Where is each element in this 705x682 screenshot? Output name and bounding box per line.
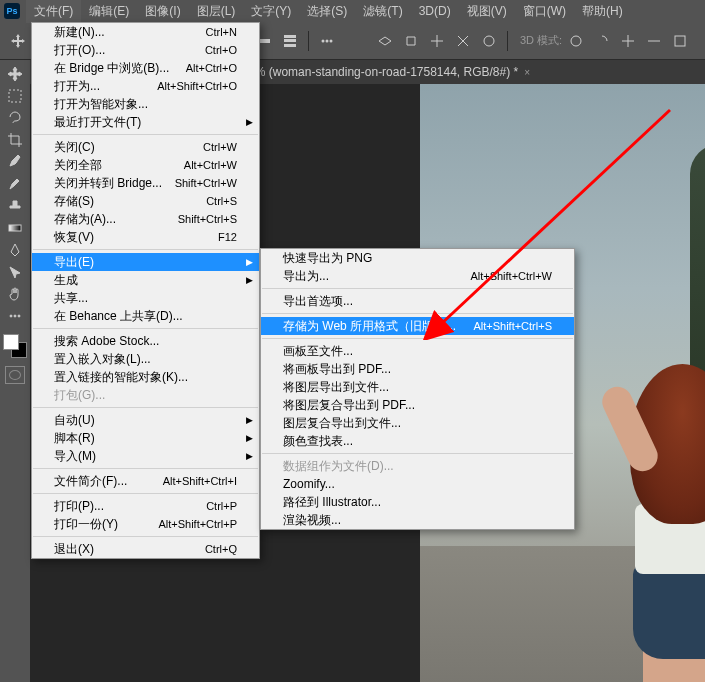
move-tool-icon[interactable]: [5, 64, 25, 84]
menu-shortcut: Ctrl+S: [206, 195, 237, 207]
menu-item[interactable]: 打开为...Alt+Shift+Ctrl+O: [32, 77, 259, 95]
menu-item[interactable]: 存储为 Web 所用格式（旧版）...Alt+Shift+Ctrl+S: [261, 317, 574, 335]
3d-icon-5[interactable]: [477, 29, 501, 53]
3d-orbit-icon[interactable]: [564, 29, 588, 53]
menu-window[interactable]: 窗口(W): [515, 0, 574, 23]
menu-item[interactable]: 将画板导出到 PDF...: [261, 360, 574, 378]
menu-item[interactable]: 置入链接的智能对象(K)...: [32, 368, 259, 386]
menu-item[interactable]: 退出(X)Ctrl+Q: [32, 540, 259, 558]
menu-item[interactable]: 打开(O)...Ctrl+O: [32, 41, 259, 59]
menu-item[interactable]: 文件简介(F)...Alt+Shift+Ctrl+I: [32, 472, 259, 490]
menu-item-label: 打印一份(Y): [54, 516, 118, 533]
menu-item-label: 新建(N)...: [54, 24, 105, 41]
submenu-arrow-icon: ▶: [246, 117, 253, 127]
menu-item[interactable]: 将图层复合导出到 PDF...: [261, 396, 574, 414]
menu-shortcut: Shift+Ctrl+W: [175, 177, 237, 189]
menu-item[interactable]: 路径到 Illustrator...: [261, 493, 574, 511]
3d-zoom-icon[interactable]: [668, 29, 692, 53]
menu-filter[interactable]: 滤镜(T): [355, 0, 410, 23]
foreground-color[interactable]: [3, 334, 19, 350]
menu-item[interactable]: 打印一份(Y)Alt+Shift+Ctrl+P: [32, 515, 259, 533]
gradient-tool-icon[interactable]: [5, 218, 25, 238]
3d-pan-icon[interactable]: [616, 29, 640, 53]
menu-item[interactable]: 置入嵌入对象(L)...: [32, 350, 259, 368]
menu-separator: [262, 288, 573, 289]
menu-item[interactable]: 自动(U)▶: [32, 411, 259, 429]
3d-icon-1[interactable]: [373, 29, 397, 53]
path-tool-icon[interactable]: [5, 262, 25, 282]
menu-item[interactable]: 在 Behance 上共享(D)...: [32, 307, 259, 325]
color-swatches[interactable]: [3, 334, 27, 358]
menu-item[interactable]: 导出为...Alt+Shift+Ctrl+W: [261, 267, 574, 285]
menu-item-label: 打开为...: [54, 78, 100, 95]
more-icon[interactable]: [315, 29, 339, 53]
menubar: Ps 文件(F) 编辑(E) 图像(I) 图层(L) 文字(Y) 选择(S) 滤…: [0, 0, 705, 22]
menu-item-label: 渲染视频...: [283, 512, 341, 529]
menu-item-label: 打印(P)...: [54, 498, 104, 515]
menu-item[interactable]: 存储为(A)...Shift+Ctrl+S: [32, 210, 259, 228]
3d-icon-2[interactable]: [399, 29, 423, 53]
svg-rect-23: [9, 90, 21, 102]
menu-item-label: 存储为(A)...: [54, 211, 116, 228]
menu-type[interactable]: 文字(Y): [243, 0, 299, 23]
menu-item[interactable]: 打印(P)...Ctrl+P: [32, 497, 259, 515]
menu-item[interactable]: 关闭(C)Ctrl+W: [32, 138, 259, 156]
menu-item-label: 共享...: [54, 290, 88, 307]
menu-item[interactable]: 导入(M)▶: [32, 447, 259, 465]
menu-item[interactable]: 颜色查找表...: [261, 432, 574, 450]
crop-tool-icon[interactable]: [5, 130, 25, 150]
3d-slide-icon[interactable]: [642, 29, 666, 53]
menu-item[interactable]: 生成▶: [32, 271, 259, 289]
menu-image[interactable]: 图像(I): [137, 0, 188, 23]
stamp-tool-icon[interactable]: [5, 196, 25, 216]
menu-item[interactable]: 关闭并转到 Bridge...Shift+Ctrl+W: [32, 174, 259, 192]
menu-item[interactable]: 恢复(V)F12: [32, 228, 259, 246]
menu-item[interactable]: Zoomify...: [261, 475, 574, 493]
3d-icon-4[interactable]: [451, 29, 475, 53]
menu-item[interactable]: 打开为智能对象...: [32, 95, 259, 113]
move-tool-icon[interactable]: [6, 29, 30, 53]
menu-shortcut: Alt+Shift+Ctrl+I: [163, 475, 237, 487]
pen-tool-icon[interactable]: [5, 240, 25, 260]
distribute-icon-3[interactable]: [278, 29, 302, 53]
3d-roll-icon[interactable]: [590, 29, 614, 53]
menu-shortcut: Alt+Shift+Ctrl+S: [473, 320, 552, 332]
menu-select[interactable]: 选择(S): [299, 0, 355, 23]
3d-icon-3[interactable]: [425, 29, 449, 53]
menu-item[interactable]: 在 Bridge 中浏览(B)...Alt+Ctrl+O: [32, 59, 259, 77]
menu-item[interactable]: 脚本(R)▶: [32, 429, 259, 447]
hand-tool-icon[interactable]: [5, 284, 25, 304]
menu-item[interactable]: 导出首选项...: [261, 292, 574, 310]
menu-item[interactable]: 快速导出为 PNG: [261, 249, 574, 267]
menu-separator: [33, 536, 258, 537]
menu-item[interactable]: 最近打开文件(T)▶: [32, 113, 259, 131]
brush-tool-icon[interactable]: [5, 174, 25, 194]
more-tools-icon[interactable]: [5, 306, 25, 326]
menu-item[interactable]: 渲染视频...: [261, 511, 574, 529]
lasso-tool-icon[interactable]: [5, 108, 25, 128]
marquee-tool-icon[interactable]: [5, 86, 25, 106]
menu-item[interactable]: 共享...: [32, 289, 259, 307]
menu-item[interactable]: 搜索 Adobe Stock...: [32, 332, 259, 350]
menu-item[interactable]: 图层复合导出到文件...: [261, 414, 574, 432]
close-icon[interactable]: ×: [524, 67, 530, 78]
menu-shortcut: Alt+Shift+Ctrl+W: [470, 270, 552, 282]
menu-item[interactable]: 导出(E)▶: [32, 253, 259, 271]
menu-item[interactable]: 将图层导出到文件...: [261, 378, 574, 396]
menu-separator: [262, 453, 573, 454]
menu-item[interactable]: 关闭全部Alt+Ctrl+W: [32, 156, 259, 174]
menu-file[interactable]: 文件(F): [26, 0, 81, 23]
menu-item-label: 打包(G)...: [54, 387, 105, 404]
menu-item[interactable]: 画板至文件...: [261, 342, 574, 360]
menu-layer[interactable]: 图层(L): [189, 0, 244, 23]
export-submenu-dropdown: 快速导出为 PNG导出为...Alt+Shift+Ctrl+W导出首选项...存…: [260, 248, 575, 530]
menu-view[interactable]: 视图(V): [459, 0, 515, 23]
menu-item[interactable]: 存储(S)Ctrl+S: [32, 192, 259, 210]
menu-edit[interactable]: 编辑(E): [81, 0, 137, 23]
quick-mask-icon[interactable]: [5, 366, 25, 384]
menu-item[interactable]: 新建(N)...Ctrl+N: [32, 23, 259, 41]
eyedropper-tool-icon[interactable]: [5, 152, 25, 172]
menu-help[interactable]: 帮助(H): [574, 0, 631, 23]
menu-3d[interactable]: 3D(D): [411, 1, 459, 21]
menu-item-label: 数据组作为文件(D)...: [283, 458, 394, 475]
